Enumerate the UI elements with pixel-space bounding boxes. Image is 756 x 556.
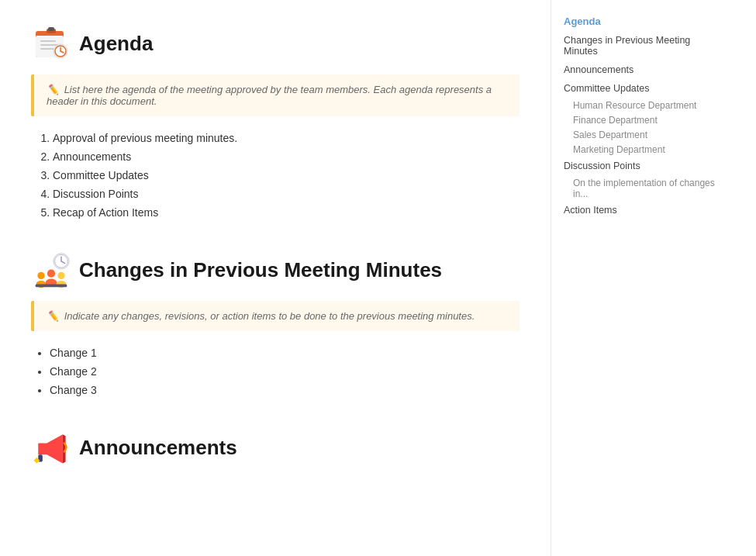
sidebar-item-marketing[interactable]: Marketing Department (564, 144, 724, 155)
svg-rect-10 (48, 27, 54, 31)
sidebar-item-agenda[interactable]: Agenda (564, 16, 724, 27)
announcements-title: Announcements (79, 436, 237, 460)
sidebar-item-sales[interactable]: Sales Department (564, 130, 724, 140)
agenda-header: Agenda (31, 23, 520, 64)
list-item: Announcements (53, 150, 520, 163)
list-item: Discussion Points (53, 188, 520, 200)
svg-rect-4 (40, 48, 54, 50)
sidebar-section-action-items[interactable]: Action Items (564, 203, 724, 217)
agenda-list: Approval of previous meeting minutes. An… (31, 132, 520, 219)
sidebar-item-discussion-sub[interactable]: On the implementation of changes in... (564, 178, 724, 199)
changes-hint-text: ✏️ Indicate any changes, revisions, or a… (47, 310, 507, 322)
agenda-hint-text: ✏️ List here the agenda of the meeting a… (47, 84, 507, 107)
changes-section: Changes in Previous Meeting Minutes ✏️ I… (31, 250, 520, 396)
svg-point-15 (37, 272, 44, 279)
svg-rect-21 (36, 285, 67, 288)
sidebar-item-action-items[interactable]: Action Items (564, 203, 724, 217)
sidebar-section-discussion[interactable]: Discussion Points On the implementation … (564, 159, 724, 199)
main-content: Agenda ✏️ List here the agenda of the me… (0, 0, 551, 556)
announcements-icon (31, 427, 71, 468)
sidebar-item-hr[interactable]: Human Resource Department (564, 100, 724, 111)
sidebar-section-changes[interactable]: Changes in Previous Meeting Minutes (564, 33, 724, 58)
agenda-icon (31, 23, 71, 64)
list-item: Approval of previous meeting minutes. (53, 132, 520, 144)
sidebar: Agenda Changes in Previous Meeting Minut… (551, 0, 737, 556)
pencil-icon: ✏️ (47, 84, 59, 95)
changes-icon (31, 250, 71, 290)
pencil-icon-2: ✏️ (47, 310, 59, 322)
agenda-hint-box: ✏️ List here the agenda of the meeting a… (31, 74, 520, 116)
sidebar-item-finance[interactable]: Finance Department (564, 115, 724, 126)
list-item: Committee Updates (53, 169, 520, 181)
list-item: Recap of Action Items (53, 206, 520, 219)
announcements-header: Announcements (31, 427, 520, 468)
sidebar-item-discussion[interactable]: Discussion Points (564, 159, 724, 173)
changes-hint-box: ✏️ Indicate any changes, revisions, or a… (31, 301, 520, 331)
list-item: Change 2 (50, 365, 520, 378)
sidebar-section-committee[interactable]: Committee Updates Human Resource Departm… (564, 81, 724, 155)
svg-point-17 (47, 270, 55, 278)
changes-header: Changes in Previous Meeting Minutes (31, 250, 520, 290)
sidebar-section-agenda[interactable]: Agenda (564, 16, 724, 27)
list-item: Change 1 (50, 347, 520, 359)
agenda-section: Agenda ✏️ List here the agenda of the me… (31, 23, 520, 219)
svg-rect-2 (40, 40, 56, 42)
announcements-section: Announcements (31, 427, 520, 468)
sidebar-section-announcements[interactable]: Announcements (564, 63, 724, 77)
sidebar-item-announcements[interactable]: Announcements (564, 63, 724, 77)
list-item: Change 3 (50, 384, 520, 396)
svg-point-19 (57, 272, 64, 279)
sidebar-item-committee[interactable]: Committee Updates (564, 81, 724, 95)
changes-title: Changes in Previous Meeting Minutes (79, 258, 442, 282)
changes-list: Change 1 Change 2 Change 3 (31, 347, 520, 396)
sidebar-item-changes[interactable]: Changes in Previous Meeting Minutes (564, 33, 724, 58)
agenda-title: Agenda (79, 32, 153, 56)
